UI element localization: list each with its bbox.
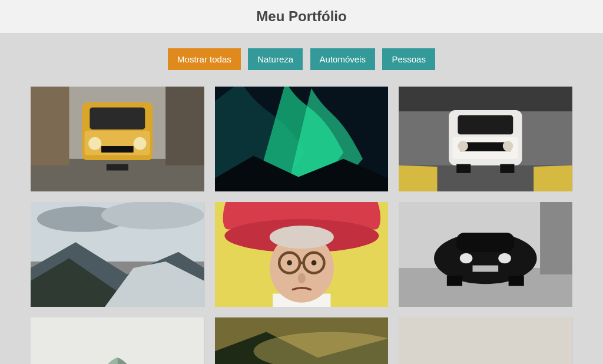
gallery-item[interactable]: [399, 87, 572, 191]
gallery-item[interactable]: [31, 87, 204, 191]
gallery-item[interactable]: [215, 87, 389, 191]
gallery-item[interactable]: [399, 317, 572, 364]
gallery-item[interactable]: [399, 202, 572, 307]
svg-rect-24: [457, 164, 471, 173]
filter-show-all-button[interactable]: Mostrar todas: [168, 48, 241, 70]
svg-marker-16: [399, 166, 437, 191]
svg-rect-10: [107, 164, 128, 171]
svg-rect-51: [509, 276, 524, 286]
svg-point-22: [458, 141, 468, 151]
svg-rect-14: [399, 87, 572, 111]
svg-point-42: [297, 273, 305, 283]
filter-people-button[interactable]: Pessoas: [382, 48, 435, 70]
gallery-grid: [31, 81, 572, 364]
svg-rect-3: [165, 87, 204, 166]
page-title: Meu Portfólio: [0, 8, 603, 25]
svg-point-8: [134, 137, 147, 150]
svg-rect-53: [31, 317, 204, 364]
svg-point-7: [88, 137, 101, 150]
filter-cars-button[interactable]: Automóveis: [310, 48, 375, 70]
filter-nature-button[interactable]: Natureza: [248, 48, 303, 70]
svg-point-23: [503, 141, 513, 151]
svg-marker-17: [534, 166, 572, 191]
gallery-item[interactable]: [31, 202, 204, 307]
svg-rect-47: [457, 233, 515, 252]
svg-rect-19: [458, 115, 513, 135]
svg-point-40: [287, 260, 292, 266]
gallery-item[interactable]: [215, 202, 389, 307]
gallery-item[interactable]: [31, 317, 204, 364]
filter-bar: Mostrar todas Natureza Automóveis Pessoa…: [0, 33, 603, 81]
svg-point-28: [101, 202, 204, 229]
page-header: Meu Portfólio: [0, 0, 603, 33]
svg-point-36: [269, 226, 333, 249]
svg-rect-45: [540, 202, 572, 274]
svg-rect-25: [501, 164, 515, 173]
svg-rect-59: [399, 317, 572, 364]
svg-rect-9: [101, 146, 134, 153]
svg-point-48: [460, 253, 473, 263]
svg-point-41: [311, 260, 316, 266]
svg-rect-2: [31, 87, 69, 166]
svg-point-49: [498, 253, 511, 263]
gallery-item[interactable]: [215, 317, 389, 364]
svg-rect-5: [90, 108, 145, 130]
svg-rect-52: [473, 266, 499, 272]
svg-rect-50: [447, 276, 462, 286]
